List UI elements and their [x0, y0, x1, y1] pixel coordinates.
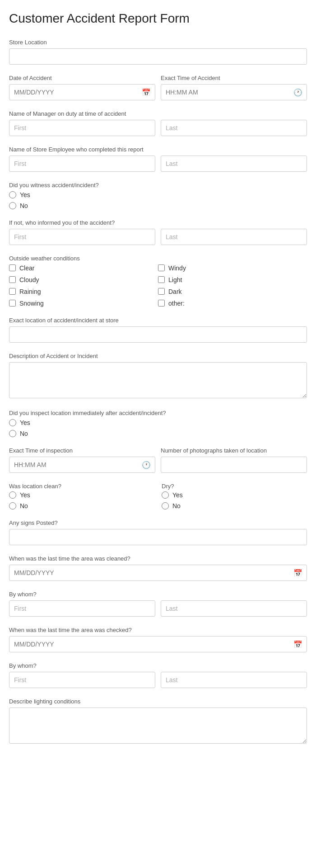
manager-name-label: Name of Manager on duty at time of accid…	[9, 110, 307, 117]
employee-first-group	[9, 156, 155, 172]
photo-count-label: Number of photographs taken of location	[161, 447, 307, 454]
exact-time-label: Exact Time of Accident	[161, 75, 307, 81]
by-whom-checked-last-group	[161, 672, 307, 688]
lighting-section: Describe lighting conditions	[9, 698, 307, 745]
manager-first-input[interactable]	[9, 120, 155, 136]
signs-posted-input[interactable]	[9, 529, 307, 545]
dry-no-label: No	[172, 502, 181, 509]
weather-other-label: other:	[168, 300, 185, 307]
lighting-textarea[interactable]	[9, 708, 307, 744]
weather-light-checkbox[interactable]	[158, 276, 165, 283]
inspect-yes-radio[interactable]	[9, 419, 16, 426]
weather-label: Outside weather conditions	[9, 255, 307, 262]
by-whom-cleaned-section: By whom?	[9, 591, 307, 617]
weather-light-item[interactable]: Light	[158, 276, 307, 283]
witness-no-label: No	[20, 202, 28, 209]
description-textarea[interactable]	[9, 362, 307, 398]
inspect-time-group: Exact Time of inspection 🕐	[9, 447, 155, 473]
last-cleaned-input[interactable]	[9, 565, 307, 581]
inspect-no-label: No	[20, 430, 28, 437]
manager-last-input[interactable]	[161, 120, 307, 136]
weather-clear-checkbox[interactable]	[9, 264, 16, 271]
date-accident-wrapper: 📅	[9, 84, 155, 100]
weather-col-right: Windy Light Dark other:	[158, 264, 307, 307]
accident-location-section: Exact location of accident/incident at s…	[9, 317, 307, 343]
signs-posted-section: Any signs Posted?	[9, 519, 307, 545]
store-location-section: Store Location	[9, 39, 307, 65]
date-accident-group: Date of Accident 📅	[9, 75, 155, 100]
informed-last-input[interactable]	[161, 229, 307, 245]
store-location-input[interactable]	[9, 48, 307, 65]
weather-other-item[interactable]: other:	[158, 300, 307, 307]
by-whom-cleaned-first-input[interactable]	[9, 600, 155, 617]
weather-snowing-item[interactable]: Snowing	[9, 300, 158, 307]
witness-yes-radio[interactable]	[9, 191, 16, 198]
by-whom-checked-last-input[interactable]	[161, 672, 307, 688]
informed-first-input[interactable]	[9, 229, 155, 245]
weather-cloudy-label: Cloudy	[19, 276, 39, 283]
weather-clear-label: Clear	[19, 264, 34, 272]
inspect-no-radio[interactable]	[9, 430, 16, 437]
inspect-no-item[interactable]: No	[9, 430, 307, 437]
date-accident-input[interactable]	[9, 84, 155, 100]
weather-checkbox-grid: Clear Cloudy Raining Snowing Windy	[9, 264, 307, 307]
dry-no-item[interactable]: No	[162, 502, 307, 509]
weather-raining-item[interactable]: Raining	[9, 288, 158, 295]
clean-yes-item[interactable]: Yes	[9, 491, 154, 499]
exact-time-wrapper: 🕐	[161, 84, 307, 100]
employee-last-input[interactable]	[161, 156, 307, 172]
weather-raining-checkbox[interactable]	[9, 288, 16, 295]
clean-yes-radio[interactable]	[9, 491, 16, 499]
weather-snowing-checkbox[interactable]	[9, 300, 16, 307]
clean-label: Was location clean?	[9, 483, 154, 490]
informed-label: If not, who informed you of the accident…	[9, 219, 307, 226]
dry-yes-radio[interactable]	[162, 491, 169, 499]
weather-dark-checkbox[interactable]	[158, 288, 165, 295]
last-checked-input[interactable]	[9, 636, 307, 652]
employee-first-input[interactable]	[9, 156, 155, 172]
inspect-radio-group: Yes No	[9, 419, 307, 437]
inspect-yes-item[interactable]: Yes	[9, 419, 307, 426]
weather-other-checkbox[interactable]	[158, 300, 165, 307]
employee-name-section: Name of Store Employee who completed thi…	[9, 146, 307, 172]
weather-dark-label: Dark	[168, 288, 182, 295]
inspect-label: Did you inspect location immediately aft…	[9, 410, 307, 416]
inspect-section: Did you inspect location immediately aft…	[9, 410, 307, 437]
witness-no-item[interactable]: No	[9, 202, 307, 209]
date-accident-label: Date of Accident	[9, 75, 155, 81]
witness-yes-item[interactable]: Yes	[9, 191, 307, 198]
weather-cloudy-item[interactable]: Cloudy	[9, 276, 158, 283]
dry-yes-label: Yes	[172, 491, 183, 499]
clean-no-item[interactable]: No	[9, 502, 154, 509]
inspect-time-photo-section: Exact Time of inspection 🕐 Number of pho…	[9, 447, 307, 473]
witness-no-radio[interactable]	[9, 202, 16, 209]
witness-yes-label: Yes	[20, 191, 30, 198]
employee-last-group	[161, 156, 307, 172]
clean-no-label: No	[20, 502, 28, 509]
weather-windy-item[interactable]: Windy	[158, 264, 307, 272]
lighting-label: Describe lighting conditions	[9, 698, 307, 705]
inspect-time-label: Exact Time of inspection	[9, 447, 155, 454]
date-time-section: Date of Accident 📅 Exact Time of Acciden…	[9, 75, 307, 100]
clean-radio-group: Yes No	[9, 491, 154, 509]
last-checked-section: When was the last time the area was chec…	[9, 627, 307, 652]
photo-count-group: Number of photographs taken of location	[161, 447, 307, 473]
weather-clear-item[interactable]: Clear	[9, 264, 158, 272]
dry-group: Dry? Yes No	[162, 483, 307, 509]
accident-location-input[interactable]	[9, 326, 307, 343]
dry-no-radio[interactable]	[162, 502, 169, 509]
dry-label: Dry?	[162, 483, 307, 490]
inspect-time-wrapper: 🕐	[9, 457, 155, 473]
clean-no-radio[interactable]	[9, 502, 16, 509]
photo-count-input[interactable]	[161, 457, 307, 473]
store-location-label: Store Location	[9, 39, 307, 46]
by-whom-cleaned-last-input[interactable]	[161, 600, 307, 617]
inspect-time-input[interactable]	[9, 457, 155, 473]
weather-dark-item[interactable]: Dark	[158, 288, 307, 295]
exact-time-input[interactable]	[161, 84, 307, 100]
weather-windy-checkbox[interactable]	[158, 264, 165, 271]
weather-cloudy-checkbox[interactable]	[9, 276, 16, 283]
description-label: Description of Accident or Incident	[9, 353, 307, 359]
dry-yes-item[interactable]: Yes	[162, 491, 307, 499]
by-whom-checked-first-input[interactable]	[9, 672, 155, 688]
